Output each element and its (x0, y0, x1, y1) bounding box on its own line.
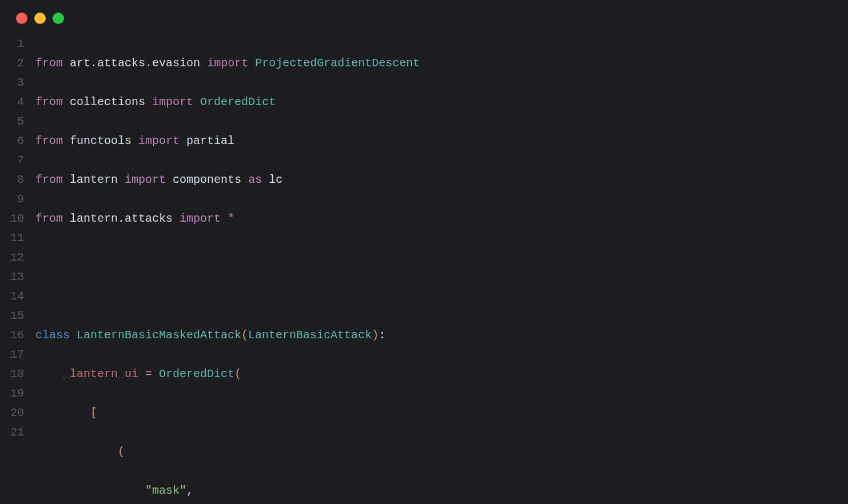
module: evasion (152, 57, 200, 70)
code-line: from lantern import components as lc (35, 170, 848, 190)
line-number: 21 (0, 423, 24, 442)
code-line: from collections import OrderedDict (35, 93, 848, 112)
class-def: LanternBasicMaskedAttack (77, 329, 241, 342)
module: components (173, 173, 241, 186)
line-number: 13 (0, 267, 24, 287)
line-number: 10 (0, 209, 24, 229)
module: attacks (125, 212, 173, 225)
line-number: 3 (0, 73, 24, 93)
code-line: ( (35, 442, 848, 462)
module: lantern (70, 212, 118, 225)
class-ref: LanternBasicAttack (248, 329, 372, 342)
keyword-from: from (35, 173, 63, 186)
keyword-import: import (138, 134, 180, 147)
line-number: 4 (0, 93, 24, 112)
punct-bracket: [ (90, 406, 97, 419)
string: "mask" (145, 484, 186, 497)
code-line: from art.attacks.evasion import Projecte… (35, 54, 848, 73)
line-number: 16 (0, 326, 24, 345)
line-number: 8 (0, 170, 24, 190)
line-number: 17 (0, 345, 24, 365)
code-editor[interactable]: 1 2 3 4 5 6 7 8 9 10 11 12 13 14 15 16 1… (0, 34, 848, 504)
keyword-as: as (248, 173, 262, 186)
module: functools (70, 134, 132, 147)
code-line (35, 287, 848, 306)
class-ref: OrderedDict (200, 95, 276, 109)
keyword-import: import (207, 57, 248, 70)
line-number: 20 (0, 403, 24, 423)
keyword-import: import (180, 212, 221, 225)
module: art (70, 57, 90, 70)
line-number: 14 (0, 287, 24, 306)
maximize-icon[interactable] (53, 13, 64, 24)
op-eq: = (145, 367, 152, 381)
code-line: "mask", (35, 481, 848, 501)
punct-dot: . (90, 57, 97, 70)
module: attacks (97, 57, 145, 70)
code-line: class LanternBasicMaskedAttack(LanternBa… (35, 326, 848, 345)
code-line: from lantern.attacks import * (35, 209, 848, 229)
keyword-from: from (35, 212, 63, 225)
keyword-import: import (125, 173, 166, 186)
punct-colon: : (379, 329, 385, 342)
code-line: from functools import partial (35, 131, 848, 151)
func-ref: partial (186, 134, 234, 147)
line-number-gutter: 1 2 3 4 5 6 7 8 9 10 11 12 13 14 15 16 1… (0, 34, 35, 504)
line-number: 19 (0, 384, 24, 403)
module: collections (70, 95, 145, 109)
punct-dot: . (118, 212, 125, 225)
code-line: [ (35, 403, 848, 423)
code-line (35, 248, 848, 267)
line-number: 5 (0, 112, 24, 131)
line-number: 18 (0, 365, 24, 384)
class-ref: OrderedDict (159, 367, 234, 381)
line-number: 1 (0, 34, 24, 54)
keyword-import: import (152, 95, 193, 109)
punct-paren: ) (372, 329, 379, 342)
alias: lc (269, 173, 282, 186)
star-import: * (228, 212, 234, 225)
keyword-from: from (35, 57, 63, 70)
punct-paren: ( (118, 445, 125, 458)
line-number: 12 (0, 248, 24, 267)
punct-paren: ( (241, 329, 248, 342)
module: lantern (70, 173, 118, 186)
keyword-from: from (35, 134, 63, 147)
keyword-class: class (35, 329, 70, 342)
line-number: 6 (0, 131, 24, 151)
window-titlebar (0, 13, 848, 34)
attr: _lantern_ui (63, 367, 138, 381)
line-number: 7 (0, 151, 24, 170)
punct-paren: ( (234, 367, 241, 381)
code-line: _lantern_ui = OrderedDict( (35, 365, 848, 384)
punct-dot: . (145, 57, 152, 70)
minimize-icon[interactable] (34, 13, 46, 24)
keyword-from: from (35, 95, 63, 109)
punct-comma: , (186, 484, 193, 497)
line-number: 2 (0, 54, 24, 73)
line-number: 9 (0, 190, 24, 209)
line-number: 15 (0, 306, 24, 326)
class-ref: ProjectedGradientDescent (255, 57, 420, 70)
close-icon[interactable] (16, 13, 27, 24)
line-number: 11 (0, 229, 24, 248)
code-content[interactable]: from art.attacks.evasion import Projecte… (35, 34, 848, 504)
